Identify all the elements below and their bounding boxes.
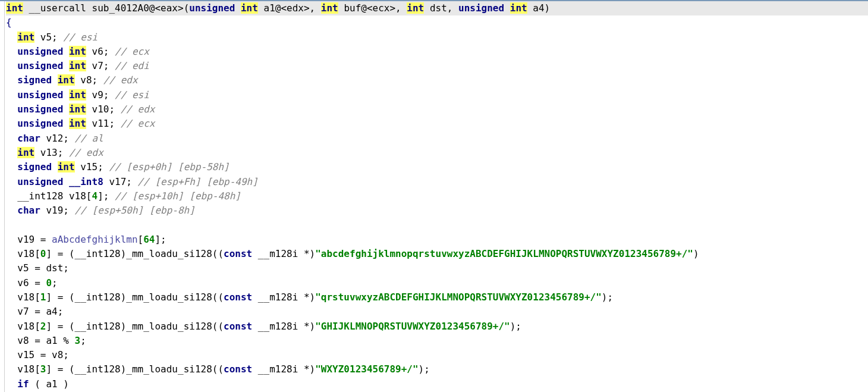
token-plain: a4) [527, 2, 551, 14]
token-plain: [ [138, 234, 144, 245]
pseudocode-area[interactable]: int __usercall sub_4012A0@<eax>(unsigned… [5, 1, 868, 392]
code-line[interactable]: char v19; // [esp+50h] [ebp-8h] [6, 203, 868, 218]
token-num: 3 [75, 335, 81, 346]
token-kw: const [224, 363, 252, 375]
token-plain: ); [602, 291, 613, 303]
token-hl: int [69, 118, 86, 129]
token-comment: // ecx [115, 46, 149, 57]
code-line[interactable]: v5 = dst; [6, 261, 868, 275]
code-line[interactable]: unsigned int v9; // esi [6, 88, 868, 102]
code-line[interactable]: v8 = a1 % 3; [6, 334, 868, 348]
code-line[interactable]: unsigned int v10; // edx [6, 102, 868, 117]
code-line[interactable]: unsigned int v11; // ecx [6, 117, 868, 131]
code-line[interactable]: unsigned __int8 v17; // [esp+Fh] [ebp-49… [6, 175, 868, 189]
token-plain: v18[ [17, 363, 40, 375]
token-hl: int [17, 32, 34, 43]
token-plain: v15 = v8; [17, 349, 69, 360]
code-line[interactable]: int __usercall sub_4012A0@<eax>(unsigned… [6, 1, 868, 15]
code-line[interactable] [6, 218, 868, 232]
token-plain: v19 = [17, 234, 52, 245]
token-plain: v10; [86, 104, 121, 115]
token-plain [63, 104, 69, 115]
code-line[interactable]: v7 = a4; [6, 305, 868, 319]
token-num: 4 [92, 190, 98, 202]
token-kw: unsigned [17, 176, 63, 187]
code-line[interactable]: v18[0] = (__int128)_mm_loadu_si128((cons… [6, 247, 868, 261]
token-plain: v19; [40, 205, 75, 216]
token-brace: { [6, 17, 12, 28]
token-num: 2 [40, 321, 46, 332]
token-comment: // al [75, 133, 103, 144]
code-line[interactable]: v19 = aAbcdefghijklmn[64]; [6, 233, 868, 247]
token-hl: int [6, 2, 23, 14]
token-comment: // [esp+10h] [ebp-48h] [115, 190, 241, 202]
code-line[interactable]: unsigned int v6; // ecx [6, 45, 868, 59]
token-kw: char [17, 133, 40, 144]
token-kw: signed [17, 74, 52, 86]
code-line[interactable]: v18[1] = (__int128)_mm_loadu_si128((cons… [6, 290, 868, 305]
token-plain: ] = (__int128)_mm_loadu_si128(( [46, 363, 224, 375]
token-plain: v7 = a4; [17, 306, 63, 317]
token-plain: v18[ [17, 248, 40, 259]
token-num: 0 [40, 248, 46, 259]
token-kw: const [224, 291, 252, 303]
code-line[interactable]: int v13; // edx [6, 146, 868, 160]
token-comment: // [esp+Fh] [ebp-49h] [138, 176, 258, 187]
token-kw: unsigned [17, 60, 63, 71]
token-comment: // edx [69, 147, 103, 158]
code-line[interactable]: __int128 v18[4]; // [esp+10h] [ebp-48h] [6, 189, 868, 203]
token-comment: // esi [63, 32, 98, 43]
token-comment: // edi [115, 60, 149, 71]
token-plain [52, 74, 58, 86]
token-plain: ); [419, 363, 430, 375]
token-comment: // [esp+50h] [ebp-8h] [75, 205, 195, 216]
line-gutter [0, 1, 5, 392]
code-line[interactable]: v6 = 0; [6, 276, 868, 290]
token-plain: ( a1 ) [29, 378, 69, 390]
token-plain: ] = (__int128)_mm_loadu_si128(( [46, 321, 224, 332]
token-plain [63, 89, 69, 101]
token-plain: __m128i *) [252, 291, 315, 303]
code-line[interactable]: if ( a1 ) [6, 377, 868, 391]
token-num: 64 [143, 234, 155, 245]
token-hl: int [407, 2, 424, 14]
token-plain [63, 46, 69, 57]
code-line[interactable]: int v5; // esi [6, 30, 868, 45]
token-plain: v15; [75, 161, 109, 173]
token-plain: v6; [86, 46, 115, 57]
token-kw: unsigned [17, 104, 63, 115]
code-line[interactable]: { [6, 15, 868, 30]
code-line[interactable]: v18[2] = (__int128)_mm_loadu_si128((cons… [6, 319, 868, 334]
code-line[interactable]: v15 = v8; [6, 348, 868, 362]
code-line[interactable]: unsigned int v7; // edi [6, 59, 868, 73]
code-line[interactable]: v18[3] = (__int128)_mm_loadu_si128((cons… [6, 362, 868, 377]
token-comment: // ecx [121, 118, 155, 129]
token-plain: __int128 v18[ [17, 190, 92, 202]
token-plain [63, 176, 69, 187]
token-hl: int [69, 60, 86, 71]
token-plain: buf@<ecx>, [338, 2, 407, 14]
token-plain: __m128i *) [252, 363, 315, 375]
token-plain: __m128i *) [252, 321, 315, 332]
code-line[interactable]: signed int v15; // [esp+0h] [ebp-58h] [6, 160, 868, 174]
code-line[interactable]: signed int v8; // edx [6, 73, 868, 87]
token-str: "qrstuvwxyzABCDEFGHIJKLMNOPQRSTUVWXYZ012… [315, 291, 602, 303]
token-kw: unsigned [458, 2, 504, 14]
token-plain: v5; [34, 32, 63, 43]
token-plain: v17; [103, 176, 138, 187]
token-plain: dst, [424, 2, 458, 14]
token-plain: v8; [75, 74, 103, 86]
code-line[interactable]: char v12; // al [6, 131, 868, 146]
token-plain: ) [693, 248, 699, 259]
token-plain [52, 161, 58, 173]
token-kw: unsigned [17, 118, 63, 129]
token-hl: int [69, 89, 86, 101]
token-plain: ; [52, 277, 58, 288]
token-plain: __usercall sub_4012A0@<eax>( [23, 2, 189, 14]
token-hl: int [58, 74, 75, 86]
token-num: 0 [46, 277, 52, 288]
token-hl: int [321, 2, 338, 14]
token-plain: ); [510, 321, 521, 332]
token-kw: char [17, 205, 40, 216]
token-hl: int [69, 46, 86, 57]
